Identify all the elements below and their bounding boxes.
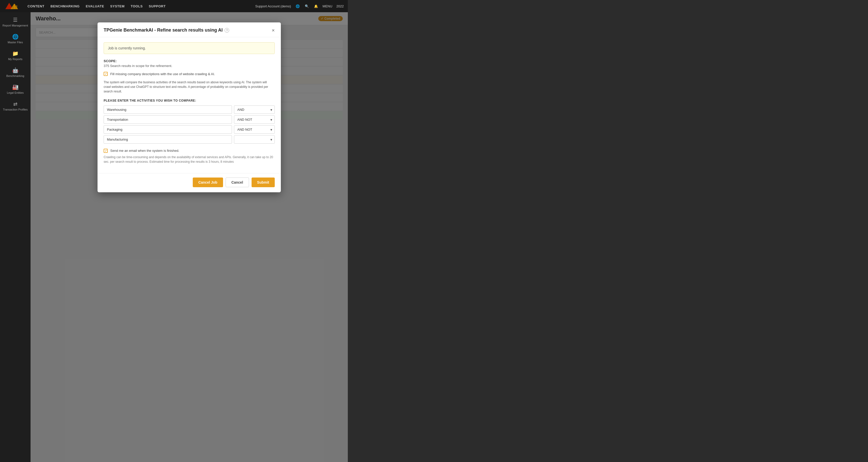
nav-right: Support Account (demo) 🌐 🔍 🔔 MENU 2022 [255, 4, 344, 9]
operator-select-wrapper-2: AND AND NOT OR OR NOT [234, 115, 275, 124]
sidebar-item-transaction-profiles[interactable]: ⇄ Transaction Profiles [0, 98, 31, 114]
modal-header: TPGenie BenchmarkAI - Refine search resu… [97, 23, 281, 37]
modal-help-icon[interactable]: ? [224, 28, 229, 33]
operator-select-2[interactable]: AND AND NOT OR OR NOT [234, 115, 275, 124]
transaction-profiles-icon: ⇄ [13, 101, 18, 106]
nav-content[interactable]: CONTENT [28, 3, 44, 9]
sidebar-item-label: Benchmarking [6, 74, 24, 78]
legal-entities-icon: 🏭 [12, 85, 19, 90]
sidebar-item-master-files[interactable]: 🌐 Master Files [0, 31, 31, 47]
fill-descriptions-label: Fill missing company descriptions with t… [110, 72, 215, 76]
svg-rect-3 [16, 5, 17, 9]
submit-button[interactable]: Submit [252, 178, 275, 187]
email-label: Send me an email when the system is fini… [110, 149, 179, 153]
sidebar-item-report-management[interactable]: ☰ Report Management [0, 14, 31, 30]
modal-footer: Cancel Job Cancel Submit [97, 173, 281, 192]
year-label: 2022 [336, 4, 344, 8]
activity-input-1[interactable] [104, 105, 232, 114]
modal-overlay: TPGenie BenchmarkAI - Refine search resu… [31, 12, 348, 462]
cancel-job-button[interactable]: Cancel Job [193, 178, 223, 187]
sidebar-item-label: Master Files [8, 41, 23, 44]
svg-rect-2 [14, 4, 15, 9]
sidebar-item-label: Transaction Profiles [3, 108, 28, 111]
bell-icon[interactable]: 🔔 [313, 4, 318, 9]
crawl-note: Crawling can be time-consuming and depen… [104, 155, 275, 164]
sidebar-item-label: Legal Entities [7, 91, 24, 94]
operator-select-wrapper-3: AND AND NOT OR OR NOT [234, 125, 275, 134]
main-content: Wareho... ✓ Completed SEARCH... [31, 12, 348, 462]
operator-select-wrapper-1: AND AND NOT OR OR NOT [234, 105, 275, 114]
scope-text: 375 Search results in scope for the refi… [104, 64, 275, 68]
sidebar: ☰ Report Management 🌐 Master Files 📁 My … [0, 12, 31, 462]
sidebar-item-legal-entities[interactable]: 🏭 Legal Entities [0, 82, 31, 97]
menu-label[interactable]: MENU [322, 4, 332, 8]
account-label: Support Account (demo) [255, 4, 291, 8]
nav-system[interactable]: SYSTEM [110, 3, 125, 9]
sidebar-item-label: Report Management [3, 24, 28, 27]
activity-input-2[interactable] [104, 115, 232, 124]
activity-row-4: AND AND NOT OR OR NOT [104, 135, 275, 144]
top-nav: CONTENT BENCHMARKING EVALUATE SYSTEM TOO… [0, 0, 348, 12]
email-checkbox[interactable] [104, 149, 108, 153]
my-reports-icon: 📁 [12, 51, 19, 56]
modal-dialog: TPGenie BenchmarkAI - Refine search resu… [97, 23, 281, 192]
description-text: The system will compare the business act… [104, 80, 275, 94]
nav-benchmarking[interactable]: BENCHMARKING [51, 3, 80, 9]
benchmarking-icon: 🤖 [12, 68, 19, 73]
nav-evaluate[interactable]: EVALUATE [86, 3, 104, 9]
activity-row-2: AND AND NOT OR OR NOT [104, 115, 275, 124]
activity-input-4[interactable] [104, 135, 232, 144]
fill-descriptions-checkbox[interactable] [104, 72, 108, 76]
master-files-icon: 🌐 [12, 34, 19, 39]
activities-label: PLEASE ENTER THE ACTIVITIES YOU WISH TO … [104, 99, 275, 102]
activity-input-3[interactable] [104, 125, 232, 134]
sidebar-item-label: My Reports [8, 58, 22, 61]
sidebar-item-my-reports[interactable]: 📁 My Reports [0, 48, 31, 64]
nav-support[interactable]: SUPPORT [149, 3, 165, 9]
email-row: Send me an email when the system is fini… [104, 149, 275, 153]
cancel-button[interactable]: Cancel [226, 178, 249, 187]
operator-select-3[interactable]: AND AND NOT OR OR NOT [234, 125, 275, 134]
job-running-banner: Job is currently running. [104, 42, 275, 54]
search-nav-icon[interactable]: 🔍 [304, 4, 309, 9]
operator-select-1[interactable]: AND AND NOT OR OR NOT [234, 105, 275, 114]
activity-row-3: AND AND NOT OR OR NOT [104, 125, 275, 134]
operator-select-4[interactable]: AND AND NOT OR OR NOT [234, 135, 275, 144]
globe-icon[interactable]: 🌐 [295, 4, 300, 9]
nav-tools[interactable]: TOOLS [131, 3, 143, 9]
modal-close-button[interactable]: × [272, 28, 275, 33]
fill-descriptions-row: Fill missing company descriptions with t… [104, 72, 275, 76]
modal-title: TPGenie BenchmarkAI - Refine search resu… [104, 28, 229, 33]
modal-body: Job is currently running. SCOPE: 375 Sea… [97, 37, 281, 169]
operator-select-wrapper-4: AND AND NOT OR OR NOT [234, 135, 275, 144]
activity-row-1: AND AND NOT OR OR NOT [104, 105, 275, 114]
logo-icon [4, 2, 19, 11]
sidebar-item-benchmarking[interactable]: 🤖 Benchmarking [0, 65, 31, 81]
scope-label: SCOPE: [104, 59, 275, 63]
report-management-icon: ☰ [13, 17, 18, 23]
